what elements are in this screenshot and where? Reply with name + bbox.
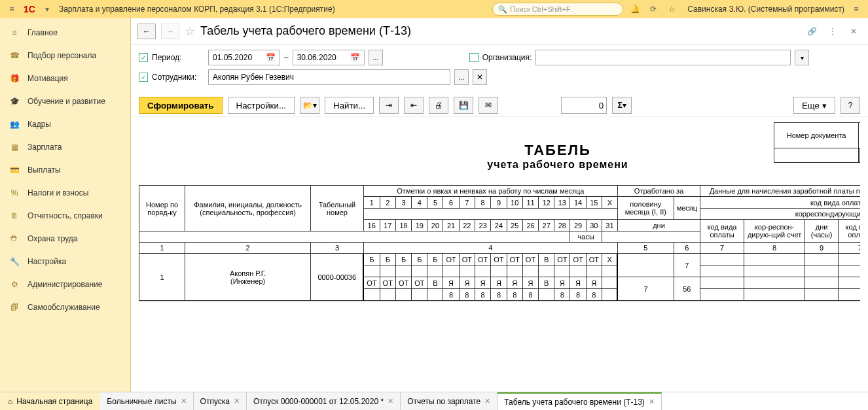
link-icon[interactable]: 🔗 (804, 24, 820, 39)
history-icon[interactable]: ⟳ (647, 3, 660, 16)
period-checkbox[interactable]: ✓ (139, 53, 148, 62)
tab-4[interactable]: Табель учета рабочего времени (Т-13)✕ (497, 392, 662, 410)
forward-button[interactable]: → (161, 24, 179, 39)
sidebar-icon: 🔧 (9, 256, 20, 267)
tab-close-icon[interactable]: ✕ (181, 397, 187, 405)
period-more-button[interactable]: ... (369, 50, 383, 65)
sidebar-item-6[interactable]: 💳Выплаты (0, 158, 130, 181)
filters: ✓ Период: 01.05.2020📅 – 30.06.2020📅 ... … (131, 44, 868, 94)
sidebar-item-label: Мотивация (27, 74, 68, 83)
report-title: ТАБЕЛЬ (139, 142, 860, 159)
date-header: Дата составления (859, 122, 860, 148)
tab-2[interactable]: Отпуск 0000-000001 от 12.05.2020 *✕ (247, 392, 401, 410)
logo: 1С (24, 4, 35, 14)
mail-icon[interactable]: ✉ (479, 97, 498, 114)
help-button[interactable]: ? (841, 97, 860, 114)
save-icon[interactable]: 💾 (454, 97, 473, 114)
bell-icon[interactable]: 🔔 (628, 3, 642, 16)
sidebar-item-4[interactable]: 👥Кадры (0, 112, 130, 135)
sidebar-icon: 💳 (9, 165, 20, 175)
tab-3[interactable]: Отчеты по зарплате✕ (401, 392, 497, 410)
back-button[interactable]: ← (137, 24, 156, 39)
sidebar-item-label: Подбор персонала (27, 51, 96, 60)
folder-open-icon[interactable]: 📂▾ (300, 97, 319, 114)
star-icon[interactable]: ☆ (665, 3, 678, 16)
sidebar-item-label: Администрирование (27, 280, 102, 289)
sidebar-item-7[interactable]: %Налоги и взносы (0, 181, 130, 204)
sidebar-icon: ▦ (9, 142, 20, 152)
tab-close-icon[interactable]: ✕ (484, 397, 490, 405)
sidebar-item-3[interactable]: 🎓Обучение и развитие (0, 90, 130, 112)
sidebar-item-0[interactable]: ≡Главное (0, 21, 130, 44)
sidebar-icon: 🎓 (9, 96, 20, 107)
toolbar: Сформировать Настройки... 📂▾ Найти... ⇥ … (131, 94, 868, 117)
tab-close-icon[interactable]: ✕ (234, 397, 240, 405)
form-button[interactable]: Сформировать (139, 97, 223, 114)
tab-label: Отпуска (200, 397, 230, 406)
home-tab[interactable]: ⌂Начальная страница (0, 392, 100, 410)
period-to-input[interactable]: 30.06.2020📅 (293, 50, 365, 65)
emp-more-button[interactable]: ... (454, 69, 469, 85)
favorite-icon[interactable]: ☆ (185, 24, 195, 39)
page-title: Табель учета рабочего времени (Т-13) (200, 24, 411, 38)
doc-no-header: Номер документа (774, 122, 859, 148)
sidebar-item-label: Кадры (27, 120, 51, 129)
tab-bar: ⌂Начальная страница Больничные листы✕Отп… (0, 392, 868, 410)
menu-icon[interactable]: ≡ (5, 3, 18, 16)
t13-table: Номер по поряд-куФамилия, инициалы, долж… (139, 185, 860, 301)
more-icon[interactable]: ⋮ (825, 24, 841, 39)
expand-icon[interactable]: ⇥ (379, 97, 399, 114)
report-subtitle: учета рабочего времени (139, 159, 860, 171)
sidebar-icon: ☎ (9, 50, 20, 61)
sidebar-item-2[interactable]: 🎁Мотивация (0, 67, 130, 90)
top-bar: ≡ 1С ▾ Зарплата и управление персоналом … (0, 0, 868, 18)
sidebar-item-label: Зарплата (27, 143, 62, 152)
sidebar-item-label: Выплаты (27, 165, 61, 175)
number-input[interactable] (561, 97, 607, 114)
emp-checkbox[interactable]: ✓ (139, 73, 148, 82)
more-button[interactable]: Еще▾ (793, 97, 835, 114)
tab-close-icon[interactable]: ✕ (388, 397, 393, 405)
search-input[interactable]: 🔍Поиск Ctrl+Shift+F (492, 3, 623, 16)
content-header: ← → ☆ Табель учета рабочего времени (Т-1… (131, 18, 868, 44)
emp-label: Сотрудники: (152, 73, 204, 82)
sidebar-item-label: Обучение и развитие (27, 97, 105, 106)
org-input[interactable] (535, 50, 791, 65)
sidebar-icon: ⛑ (9, 233, 20, 244)
sidebar: ≡Главное☎Подбор персонала🎁Мотивация🎓Обуч… (0, 18, 131, 392)
settings-icon[interactable]: ≡ (850, 3, 863, 16)
sidebar-item-8[interactable]: 🗎Отчетность, справки (0, 204, 130, 227)
sidebar-item-label: Отчетность, справки (27, 211, 103, 220)
sidebar-item-12[interactable]: 🗐Самообслуживание (0, 296, 130, 318)
period-label: Период: (152, 53, 204, 62)
close-icon[interactable]: ✕ (846, 24, 861, 39)
sidebar-icon: % (9, 188, 20, 198)
tab-0[interactable]: Больничные листы✕ (100, 392, 193, 410)
print-icon[interactable]: 🖨 (429, 97, 448, 114)
org-dropdown-button[interactable]: ▾ (795, 50, 809, 65)
sigma-button[interactable]: Σ▾ (612, 97, 632, 114)
settings-button[interactable]: Настройки... (228, 97, 295, 114)
sidebar-item-11[interactable]: ⚙Администрирование (0, 273, 130, 296)
sidebar-item-1[interactable]: ☎Подбор персонала (0, 44, 130, 67)
dropdown-icon[interactable]: ▾ (41, 3, 54, 16)
doc-no-value (774, 148, 859, 163)
sidebar-icon: ≡ (9, 27, 20, 38)
tab-1[interactable]: Отпуска✕ (194, 392, 247, 410)
emp-clear-button[interactable]: ✕ (473, 69, 487, 85)
emp-input[interactable]: Акопян Рубен Гезевич (208, 69, 450, 85)
sidebar-item-9[interactable]: ⛑Охрана труда (0, 227, 130, 250)
sidebar-item-5[interactable]: ▦Зарплата (0, 135, 130, 158)
find-button[interactable]: Найти... (325, 97, 374, 114)
tab-label: Табель учета рабочего времени (Т-13) (504, 398, 645, 407)
sidebar-item-label: Главное (27, 28, 58, 37)
sidebar-item-10[interactable]: 🔧Настройка (0, 250, 130, 273)
sidebar-icon: 🗎 (9, 211, 20, 221)
org-label: Организация: (482, 53, 532, 62)
report-area[interactable]: Номер документа Дата составления 16.05.2… (131, 117, 868, 392)
collapse-icon[interactable]: ⇤ (404, 97, 424, 114)
org-checkbox[interactable] (469, 53, 479, 62)
tab-label: Отчеты по зарплате (407, 397, 480, 406)
tab-close-icon[interactable]: ✕ (649, 398, 655, 406)
period-from-input[interactable]: 01.05.2020📅 (208, 50, 280, 65)
